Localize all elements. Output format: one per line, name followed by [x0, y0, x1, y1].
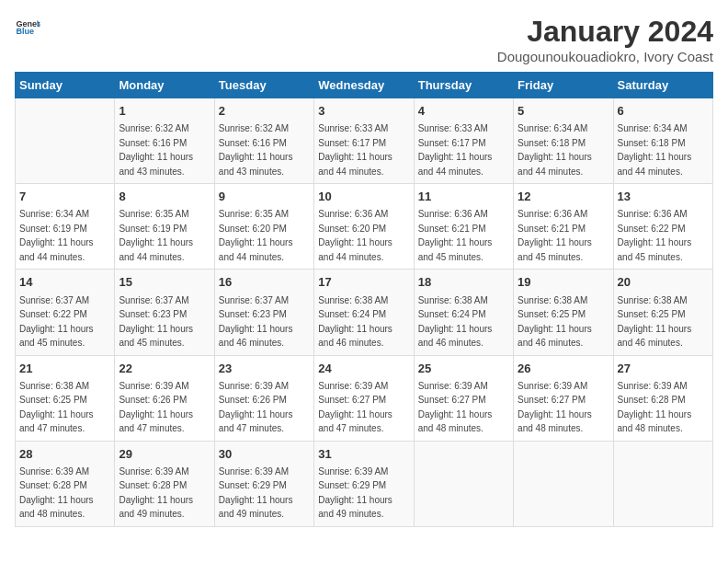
day-info: Sunrise: 6:36 AMSunset: 6:21 PMDaylight:… — [518, 209, 592, 262]
calendar-cell — [613, 441, 712, 526]
day-number: 23 — [219, 361, 310, 377]
calendar-cell: 22Sunrise: 6:39 AMSunset: 6:26 PMDayligh… — [115, 355, 214, 441]
day-info: Sunrise: 6:39 AMSunset: 6:28 PMDaylight:… — [119, 466, 193, 520]
logo: General Blue — [15, 15, 40, 40]
day-number: 4 — [418, 103, 509, 120]
calendar-cell: 24Sunrise: 6:39 AMSunset: 6:27 PMDayligh… — [314, 355, 414, 441]
day-info: Sunrise: 6:35 AMSunset: 6:19 PMDaylight:… — [119, 209, 193, 262]
day-number: 15 — [119, 274, 210, 291]
day-info: Sunrise: 6:38 AMSunset: 6:25 PMDaylight:… — [19, 381, 94, 434]
day-info: Sunrise: 6:32 AMSunset: 6:16 PMDaylight:… — [119, 123, 193, 177]
calendar-cell: 9Sunrise: 6:35 AMSunset: 6:20 PMDaylight… — [214, 184, 313, 270]
day-number: 7 — [19, 189, 110, 205]
day-info: Sunrise: 6:36 AMSunset: 6:20 PMDaylight:… — [318, 209, 392, 262]
calendar-cell: 27Sunrise: 6:39 AMSunset: 6:28 PMDayligh… — [613, 355, 712, 441]
calendar-cell: 6Sunrise: 6:34 AMSunset: 6:18 PMDaylight… — [613, 98, 712, 184]
calendar-cell — [414, 441, 513, 526]
day-info: Sunrise: 6:39 AMSunset: 6:26 PMDaylight:… — [219, 381, 293, 434]
calendar-header: SundayMondayTuesdayWednesdayThursdayFrid… — [16, 73, 713, 98]
day-number: 21 — [19, 361, 110, 377]
calendar-cell — [514, 441, 613, 526]
day-number: 5 — [518, 103, 609, 120]
week-row-3: 21Sunrise: 6:38 AMSunset: 6:25 PMDayligh… — [16, 355, 713, 441]
day-number: 25 — [418, 361, 509, 377]
header-day-tuesday: Tuesday — [214, 73, 313, 98]
day-info: Sunrise: 6:37 AMSunset: 6:23 PMDaylight:… — [219, 295, 293, 349]
calendar-cell: 5Sunrise: 6:34 AMSunset: 6:18 PMDaylight… — [514, 98, 613, 184]
day-info: Sunrise: 6:39 AMSunset: 6:29 PMDaylight:… — [318, 466, 392, 520]
header-day-friday: Friday — [514, 73, 613, 98]
main-title: January 2024 — [497, 15, 713, 49]
week-row-0: 1Sunrise: 6:32 AMSunset: 6:16 PMDaylight… — [16, 98, 713, 184]
day-info: Sunrise: 6:38 AMSunset: 6:25 PMDaylight:… — [618, 295, 692, 349]
page-header: General Blue January 2024 Dougounoukouad… — [15, 15, 713, 64]
day-info: Sunrise: 6:33 AMSunset: 6:17 PMDaylight:… — [418, 123, 493, 177]
day-number: 28 — [19, 446, 110, 463]
day-number: 18 — [418, 274, 509, 291]
day-number: 3 — [318, 103, 409, 120]
calendar-cell: 29Sunrise: 6:39 AMSunset: 6:28 PMDayligh… — [115, 441, 214, 526]
calendar-cell: 2Sunrise: 6:32 AMSunset: 6:16 PMDaylight… — [214, 98, 313, 184]
day-number: 13 — [618, 189, 709, 205]
week-row-1: 7Sunrise: 6:34 AMSunset: 6:19 PMDaylight… — [16, 184, 713, 270]
subtitle: Dougounoukouadiokro, Ivory Coast — [497, 49, 713, 64]
logo-icon: General Blue — [15, 15, 40, 40]
calendar-cell: 31Sunrise: 6:39 AMSunset: 6:29 PMDayligh… — [314, 441, 414, 526]
day-number: 17 — [318, 274, 409, 291]
calendar-cell: 10Sunrise: 6:36 AMSunset: 6:20 PMDayligh… — [314, 184, 414, 270]
day-info: Sunrise: 6:32 AMSunset: 6:16 PMDaylight:… — [219, 123, 293, 177]
header-day-monday: Monday — [115, 73, 214, 98]
day-number: 6 — [618, 103, 709, 120]
header-day-saturday: Saturday — [613, 73, 712, 98]
calendar-cell: 11Sunrise: 6:36 AMSunset: 6:21 PMDayligh… — [414, 184, 513, 270]
header-row: SundayMondayTuesdayWednesdayThursdayFrid… — [16, 73, 713, 98]
calendar-cell: 7Sunrise: 6:34 AMSunset: 6:19 PMDaylight… — [16, 184, 115, 270]
calendar-body: 1Sunrise: 6:32 AMSunset: 6:16 PMDaylight… — [16, 98, 713, 527]
day-info: Sunrise: 6:37 AMSunset: 6:22 PMDaylight:… — [19, 295, 94, 349]
calendar-cell: 1Sunrise: 6:32 AMSunset: 6:16 PMDaylight… — [115, 98, 214, 184]
header-day-sunday: Sunday — [16, 73, 115, 98]
calendar-cell: 14Sunrise: 6:37 AMSunset: 6:22 PMDayligh… — [16, 270, 115, 355]
day-number: 10 — [318, 189, 409, 205]
calendar-cell: 3Sunrise: 6:33 AMSunset: 6:17 PMDaylight… — [314, 98, 414, 184]
day-number: 11 — [418, 189, 509, 205]
header-day-wednesday: Wednesday — [314, 73, 414, 98]
calendar-cell: 18Sunrise: 6:38 AMSunset: 6:24 PMDayligh… — [414, 270, 513, 355]
day-info: Sunrise: 6:37 AMSunset: 6:23 PMDaylight:… — [119, 295, 193, 349]
svg-text:Blue: Blue — [16, 27, 34, 36]
day-number: 1 — [119, 103, 210, 120]
day-number: 19 — [518, 274, 609, 291]
calendar-cell: 19Sunrise: 6:38 AMSunset: 6:25 PMDayligh… — [514, 270, 613, 355]
calendar-cell: 26Sunrise: 6:39 AMSunset: 6:27 PMDayligh… — [514, 355, 613, 441]
day-number: 31 — [318, 446, 409, 463]
day-number: 14 — [19, 274, 110, 291]
day-info: Sunrise: 6:39 AMSunset: 6:28 PMDaylight:… — [618, 381, 692, 434]
day-info: Sunrise: 6:34 AMSunset: 6:19 PMDaylight:… — [19, 209, 94, 262]
calendar-cell: 16Sunrise: 6:37 AMSunset: 6:23 PMDayligh… — [214, 270, 313, 355]
day-number: 20 — [618, 274, 709, 291]
day-info: Sunrise: 6:39 AMSunset: 6:27 PMDaylight:… — [518, 381, 592, 434]
calendar-cell: 20Sunrise: 6:38 AMSunset: 6:25 PMDayligh… — [613, 270, 712, 355]
day-info: Sunrise: 6:39 AMSunset: 6:27 PMDaylight:… — [318, 381, 392, 434]
calendar-cell: 17Sunrise: 6:38 AMSunset: 6:24 PMDayligh… — [314, 270, 414, 355]
calendar-cell: 25Sunrise: 6:39 AMSunset: 6:27 PMDayligh… — [414, 355, 513, 441]
day-number: 24 — [318, 361, 409, 377]
week-row-2: 14Sunrise: 6:37 AMSunset: 6:22 PMDayligh… — [16, 270, 713, 355]
day-number: 27 — [618, 361, 709, 377]
day-number: 29 — [119, 446, 210, 463]
day-info: Sunrise: 6:36 AMSunset: 6:21 PMDaylight:… — [418, 209, 493, 262]
day-number: 26 — [518, 361, 609, 377]
day-number: 22 — [119, 361, 210, 377]
day-info: Sunrise: 6:38 AMSunset: 6:25 PMDaylight:… — [518, 295, 592, 349]
title-block: January 2024 Dougounoukouadiokro, Ivory … — [497, 15, 713, 64]
calendar-cell: 4Sunrise: 6:33 AMSunset: 6:17 PMDaylight… — [414, 98, 513, 184]
header-day-thursday: Thursday — [414, 73, 513, 98]
day-number: 9 — [219, 189, 310, 205]
day-info: Sunrise: 6:34 AMSunset: 6:18 PMDaylight:… — [618, 123, 692, 177]
calendar-cell: 15Sunrise: 6:37 AMSunset: 6:23 PMDayligh… — [115, 270, 214, 355]
calendar-table: SundayMondayTuesdayWednesdayThursdayFrid… — [15, 72, 713, 527]
calendar-cell: 30Sunrise: 6:39 AMSunset: 6:29 PMDayligh… — [214, 441, 313, 526]
day-info: Sunrise: 6:39 AMSunset: 6:26 PMDaylight:… — [119, 381, 193, 434]
calendar-cell: 21Sunrise: 6:38 AMSunset: 6:25 PMDayligh… — [16, 355, 115, 441]
day-info: Sunrise: 6:34 AMSunset: 6:18 PMDaylight:… — [518, 123, 592, 177]
